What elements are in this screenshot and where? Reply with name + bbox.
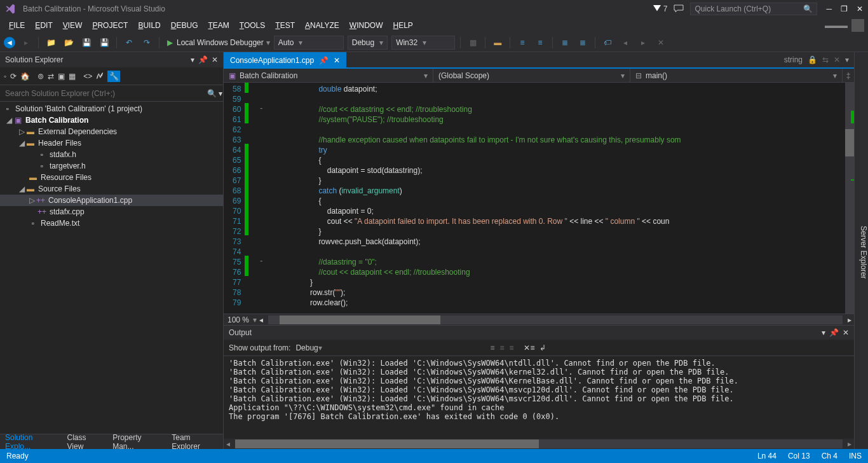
back-icon[interactable]: ⟳: [10, 72, 17, 81]
output-tool-3[interactable]: ≡: [509, 343, 513, 352]
panel-close-icon[interactable]: ✕: [843, 328, 849, 337]
nav-history-combo[interactable]: string: [784, 55, 803, 64]
tab-team-explorer[interactable]: Team Explorer: [166, 434, 223, 449]
save-all-button[interactable]: 💾: [97, 36, 111, 50]
home-icon-2[interactable]: 🏠: [20, 72, 30, 81]
close-tab-icon[interactable]: ✕: [334, 56, 340, 65]
show-all-icon[interactable]: ▦: [69, 72, 76, 81]
tab-class-view[interactable]: Class View: [62, 434, 108, 449]
source-files[interactable]: ◢▬Source Files: [0, 183, 223, 195]
scroll-right-icon[interactable]: ▸: [845, 315, 854, 324]
output-tool-2[interactable]: ≡: [499, 343, 504, 352]
nav-forward-button[interactable]: ▸: [19, 36, 33, 50]
undo-button[interactable]: ↶: [122, 36, 136, 50]
close-button[interactable]: ✕: [857, 4, 863, 13]
scope-project-combo[interactable]: ▣Batch Calibration▾: [224, 69, 433, 82]
user-name[interactable]: ▬▬▬: [825, 21, 848, 30]
menu-debug[interactable]: DEBUG: [166, 20, 203, 31]
menu-build[interactable]: BUILD: [133, 20, 165, 31]
bookmark-icon[interactable]: 🏷: [600, 36, 614, 50]
output-text[interactable]: 'Batch Calibration.exe' (Win32): Loaded …: [224, 356, 854, 439]
close-all-icon[interactable]: ✕: [834, 55, 840, 64]
project-node[interactable]: ◢▣Batch Calibration: [0, 114, 223, 126]
bookmark-clear-icon[interactable]: ✕: [654, 36, 668, 50]
horizontal-scrollbar[interactable]: [268, 315, 843, 324]
zoom-level[interactable]: 100 %: [224, 315, 253, 324]
feedback-icon[interactable]: [674, 4, 684, 13]
panel-close-icon[interactable]: ✕: [212, 55, 218, 64]
indent-left-icon[interactable]: ≡: [515, 36, 529, 50]
save-button[interactable]: 💾: [79, 36, 93, 50]
menu-project[interactable]: PROJECT: [87, 20, 133, 31]
start-debug-button[interactable]: ▶: [167, 38, 173, 47]
menu-test[interactable]: TEST: [270, 20, 300, 31]
new-project-button[interactable]: 📁: [44, 36, 58, 50]
uncomment-icon[interactable]: ≣: [576, 36, 590, 50]
properties-icon[interactable]: 🗲: [96, 72, 104, 81]
output-tool-1[interactable]: ≡: [490, 343, 494, 352]
pin-tab-icon[interactable]: 📌: [319, 56, 329, 65]
home-icon[interactable]: ◦: [4, 72, 6, 81]
tab-property-manager[interactable]: Property Man...: [107, 434, 166, 449]
scroll-left-icon[interactable]: ◂: [224, 439, 233, 448]
user-avatar[interactable]: [851, 19, 864, 32]
search-icon[interactable]: 🔍 ▾: [207, 89, 223, 98]
menu-tools[interactable]: TOOLS: [234, 20, 270, 31]
menu-edit[interactable]: EDIT: [30, 20, 57, 31]
expand-icon[interactable]: ◢: [18, 139, 25, 148]
header-files[interactable]: ◢▬Header Files: [0, 137, 223, 149]
menu-analyze[interactable]: ANALYZE: [300, 20, 344, 31]
panel-menu-icon[interactable]: ▾: [822, 328, 825, 337]
tool-icon-1[interactable]: ▦: [466, 36, 480, 50]
output-hscroll[interactable]: [235, 439, 843, 448]
pin-icon[interactable]: 📌: [829, 328, 839, 337]
menu-team[interactable]: TEAM: [203, 20, 234, 31]
vertical-scrollbar[interactable]: [845, 83, 854, 314]
restore-button[interactable]: ❐: [841, 4, 848, 13]
external-deps[interactable]: ▷▬External Dependencies: [0, 126, 223, 137]
debugger-target[interactable]: Local Windows Debugger ▾: [177, 38, 270, 47]
quick-launch-input[interactable]: Quick Launch (Ctrl+Q) 🔍: [690, 3, 817, 15]
comment-icon[interactable]: ≣: [558, 36, 572, 50]
tree-item-selected[interactable]: ▷++ConsoleApplication1.cpp: [0, 195, 223, 206]
tab-solution-explorer[interactable]: Solution Explo...: [0, 434, 62, 449]
minimize-button[interactable]: ─: [826, 4, 832, 13]
redo-button[interactable]: ↷: [140, 36, 154, 50]
code-editor[interactable]: 5859606162636465666768697071727374757677…: [224, 83, 854, 314]
menu-help[interactable]: HELP: [388, 20, 417, 31]
split-icon[interactable]: ‡: [843, 71, 854, 80]
pin-icon[interactable]: 📌: [198, 55, 208, 64]
expand-icon[interactable]: ◢: [18, 184, 25, 193]
wrench-icon[interactable]: 🔧: [107, 71, 120, 82]
menu-view[interactable]: VIEW: [58, 20, 88, 31]
refresh-icon[interactable]: ⇄: [48, 72, 54, 81]
tree-item[interactable]: ▫ReadMe.txt: [0, 218, 223, 229]
scope-function-combo[interactable]: ⊟main()▾: [630, 69, 843, 82]
panel-menu-icon[interactable]: ▾: [191, 55, 194, 64]
bookmark-next-icon[interactable]: ▸: [636, 36, 650, 50]
debug-target-combo[interactable]: Auto▾: [274, 36, 344, 50]
resource-files[interactable]: ▬Resource Files: [0, 172, 223, 183]
tab-server-explorer[interactable]: Server Explorer: [859, 226, 868, 279]
clear-output-icon[interactable]: ✕≡: [524, 343, 534, 352]
indent-right-icon[interactable]: ≡: [533, 36, 547, 50]
scroll-right-icon[interactable]: ▸: [845, 439, 854, 448]
notification-indicator[interactable]: 7: [653, 4, 668, 13]
swap-icon[interactable]: ⇆: [822, 55, 829, 64]
config-combo[interactable]: Debug▾: [348, 36, 388, 50]
scroll-left-icon[interactable]: ◂: [257, 315, 266, 324]
sync-icon[interactable]: ⊚: [37, 72, 44, 81]
solution-root[interactable]: ▫Solution 'Batch Calibration' (1 project…: [0, 103, 223, 114]
open-button[interactable]: 📂: [62, 36, 76, 50]
menu-window[interactable]: WINDOW: [344, 20, 388, 31]
expand-icon[interactable]: ▷: [28, 196, 36, 205]
menu-file[interactable]: FILE: [4, 20, 30, 31]
collapse-icon[interactable]: ▣: [58, 72, 65, 81]
expand-icon[interactable]: ▷: [18, 127, 25, 136]
bookmark-prev-icon[interactable]: ◂: [618, 36, 632, 50]
wrap-icon[interactable]: ↲: [539, 343, 546, 352]
tool-icon-2[interactable]: ▬: [491, 36, 505, 50]
expand-icon[interactable]: ◢: [5, 116, 13, 125]
tree-item[interactable]: ++stdafx.cpp: [0, 206, 223, 218]
scope-global-combo[interactable]: (Global Scope)▾: [433, 69, 630, 82]
